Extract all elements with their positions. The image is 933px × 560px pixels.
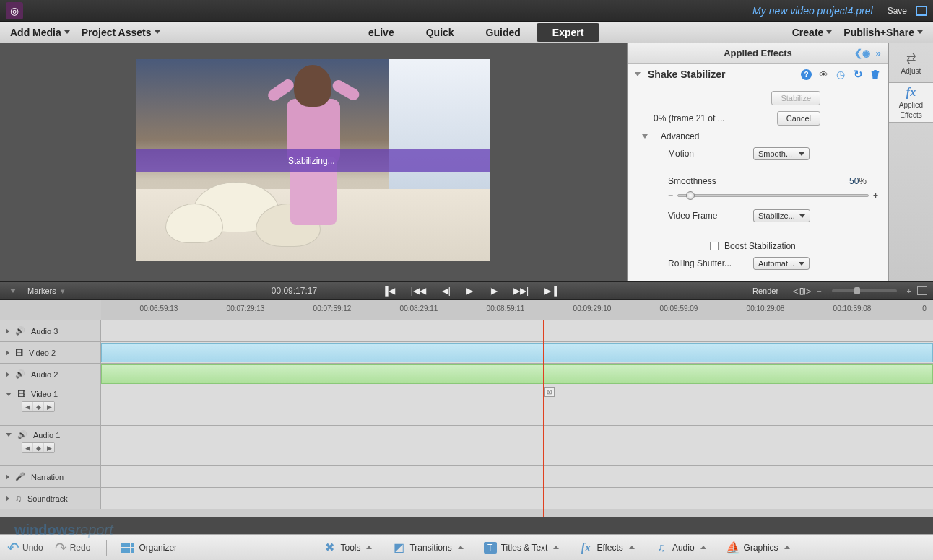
go-to-end-icon[interactable]: ▶▐ [544, 286, 557, 296]
playhead[interactable] [543, 320, 544, 517]
effects-label: Effects [596, 543, 622, 553]
track-content[interactable] [101, 364, 933, 385]
add-media-menu[interactable]: Add Media [4, 24, 76, 41]
track-header-audio3[interactable]: Audio 3 [0, 320, 101, 341]
speaker-icon[interactable] [15, 369, 25, 379]
track-content[interactable] [101, 426, 933, 465]
add-keyframe-button[interactable]: ◆ [33, 402, 43, 411]
audio-clip[interactable] [101, 364, 933, 384]
slider-thumb[interactable] [854, 287, 860, 294]
tab-elive[interactable]: eLive [352, 23, 410, 42]
stopwatch-icon[interactable] [835, 69, 846, 80]
add-keyframe-button[interactable]: ◆ [33, 443, 43, 452]
stabilize-button: Stabilize [771, 91, 820, 105]
panel-menu-icon[interactable]: » [872, 48, 884, 59]
smoothness-value[interactable]: 50 [849, 176, 859, 186]
tab-quick[interactable]: Quick [410, 23, 470, 42]
disclosure-icon[interactable] [635, 72, 641, 76]
track-content[interactable]: ⊠ [101, 385, 933, 425]
film-icon[interactable] [17, 390, 25, 398]
timecode-display[interactable]: 00:09:17:17 [272, 286, 317, 296]
track-header-soundtrack[interactable]: Soundtrack [0, 488, 101, 509]
track-header-audio1[interactable]: Audio 1 ◀ ◆ ▶ [0, 426, 101, 465]
help-icon[interactable]: ? [801, 69, 812, 80]
disclosure-icon[interactable] [6, 328, 9, 334]
music-note-icon: ♫ [655, 541, 668, 554]
audio-button[interactable]: ♫ Audio [655, 541, 706, 554]
zoom-slider[interactable] [832, 289, 897, 292]
cancel-button[interactable]: Cancel [777, 111, 820, 126]
transitions-button[interactable]: ◩ Transitions [392, 541, 463, 554]
prev-edit-icon[interactable]: |◀◀ [411, 286, 426, 296]
render-button[interactable]: Render [745, 285, 786, 297]
publish-share-menu[interactable]: Publish+Share [838, 24, 929, 41]
organizer-button[interactable]: Organizer [116, 541, 183, 555]
video-clip[interactable] [101, 343, 933, 362]
audio-config-icon[interactable]: ❮◉ [856, 48, 868, 59]
disclosure-icon[interactable] [6, 372, 9, 377]
chevron-down-icon [10, 289, 16, 293]
tab-expert[interactable]: Expert [537, 23, 600, 42]
video-frame-dropdown[interactable]: Stabilize... [753, 209, 810, 222]
safe-margins-icon[interactable] [917, 286, 927, 295]
track-header-video2[interactable]: Video 2 [0, 342, 101, 363]
project-assets-menu[interactable]: Project Assets [76, 24, 166, 41]
track-content[interactable] [101, 342, 933, 363]
track-header-video1[interactable]: Video 1 ◀ ◆ ▶ [0, 385, 101, 425]
trash-icon[interactable] [869, 69, 881, 80]
disclosure-icon[interactable] [6, 350, 9, 356]
disclosure-icon[interactable] [6, 496, 9, 502]
microphone-icon[interactable] [15, 472, 25, 481]
clip-marker-icon[interactable]: ⊠ [544, 387, 555, 397]
disclosure-icon[interactable] [6, 474, 9, 480]
motion-dropdown[interactable]: Smooth... [753, 147, 810, 160]
go-to-start-icon[interactable]: ▐◀ [382, 286, 395, 296]
play-icon[interactable]: ▶ [466, 286, 473, 296]
step-back-icon[interactable]: ◀| [442, 286, 451, 296]
music-icon[interactable] [15, 494, 22, 504]
track-content[interactable] [101, 320, 933, 341]
step-forward-icon[interactable]: |▶ [489, 286, 498, 296]
plus-icon[interactable]: + [873, 191, 878, 201]
time-ruler[interactable]: 00:06:59:13 00:07:29:13 00:07:59:12 00:0… [101, 300, 933, 320]
disclosure-icon[interactable] [6, 393, 12, 396]
graphics-button[interactable]: ⛵ Graphics [726, 541, 790, 554]
redo-button[interactable]: ↷ Redo [55, 539, 91, 556]
tab-adjust[interactable]: Adjust [889, 43, 933, 83]
effects-button[interactable]: fx Effects [579, 541, 634, 554]
fit-icon[interactable]: ◁▯▷ [793, 286, 811, 296]
titles-text-button[interactable]: T Titles & Text [484, 541, 560, 554]
fullscreen-icon[interactable] [916, 6, 927, 16]
slider-thumb[interactable] [686, 191, 695, 200]
undo-button[interactable]: ↶ Undo [7, 539, 43, 556]
boost-stabilization-checkbox[interactable] [710, 242, 719, 250]
save-button[interactable]: Save [888, 6, 907, 16]
rolling-shutter-dropdown[interactable]: Automat... [753, 257, 810, 270]
track-content[interactable] [101, 488, 933, 509]
prev-keyframe-button[interactable]: ◀ [22, 402, 32, 411]
track-header-narration[interactable]: Narration [0, 466, 101, 487]
speaker-icon[interactable] [15, 326, 25, 336]
tab-guided[interactable]: Guided [470, 23, 537, 42]
minus-icon[interactable]: − [668, 191, 673, 201]
speaker-icon[interactable] [17, 430, 27, 439]
track-content[interactable] [101, 466, 933, 487]
film-icon[interactable] [15, 349, 23, 357]
ruler-time: 00:09:59:09 [660, 305, 698, 312]
video-frame-label: Video Frame [668, 211, 747, 221]
disclosure-icon[interactable] [642, 134, 648, 139]
next-keyframe-button[interactable]: ▶ [44, 402, 54, 411]
prev-keyframe-button[interactable]: ◀ [22, 443, 32, 452]
track-header-audio2[interactable]: Audio 2 [0, 364, 101, 385]
tools-button[interactable]: ✖ Tools [323, 541, 372, 554]
smoothness-slider[interactable] [677, 194, 869, 197]
video-preview[interactable]: Stabilizing... [136, 59, 490, 261]
reset-icon[interactable] [852, 69, 864, 80]
next-edit-icon[interactable]: ▶▶| [513, 286, 529, 296]
tab-applied-effects[interactable]: fx Applied Effects [889, 83, 933, 123]
markers-button[interactable]: Markers ▾ [6, 285, 69, 297]
eye-icon[interactable] [817, 69, 829, 80]
next-keyframe-button[interactable]: ▶ [44, 443, 54, 452]
create-menu[interactable]: Create [786, 24, 838, 41]
disclosure-icon[interactable] [6, 433, 12, 437]
